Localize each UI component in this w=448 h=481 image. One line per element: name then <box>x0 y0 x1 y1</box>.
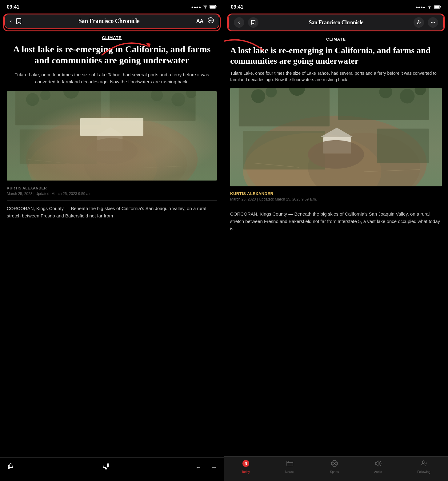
category-right: CLIMATE <box>230 37 442 42</box>
tab-today[interactable]: N Today <box>242 460 250 474</box>
svg-point-6 <box>210 20 211 21</box>
svg-line-27 <box>135 166 187 168</box>
today-icon: N <box>242 460 250 469</box>
back-button-left[interactable]: ‹ <box>10 18 12 24</box>
nav-title-right: San Francisco Chronicle <box>262 19 410 26</box>
bookmark-button-left[interactable] <box>16 18 22 25</box>
tab-today-label: Today <box>242 470 250 474</box>
flood-visual-left <box>7 91 217 181</box>
following-icon <box>420 460 427 469</box>
status-icons-left: ●●●● <box>191 5 217 10</box>
sports-icon <box>331 460 338 469</box>
tab-audio[interactable]: Audio <box>374 460 382 474</box>
tab-audio-label: Audio <box>374 470 382 474</box>
newsplus-icon <box>286 460 294 469</box>
status-icons-right: ●●●● <box>416 5 441 10</box>
svg-point-12 <box>28 134 157 181</box>
more-button-left[interactable] <box>208 17 214 25</box>
right-phone-panel: 09:41 ●●●● ‹ <box>224 0 448 481</box>
svg-point-22 <box>63 91 79 99</box>
headline-right: A lost lake is re-emerging in California… <box>230 45 442 66</box>
left-phone-panel: 09:41 ●●●● ‹ <box>0 0 224 481</box>
battery-icon-left <box>210 5 217 10</box>
svg-rect-3 <box>210 6 215 8</box>
date-right: March 25, 2023 | Updated: March 25, 2023… <box>230 197 442 206</box>
svg-point-33 <box>431 22 432 23</box>
bookmark-button-right[interactable] <box>248 17 258 28</box>
svg-rect-16 <box>20 129 97 164</box>
status-time-right: 09:41 <box>231 4 243 10</box>
tab-sports-label: Sports <box>330 470 339 474</box>
category-left: CLIMATE <box>7 35 217 40</box>
bottom-bar-left: ← → <box>0 457 224 481</box>
svg-point-25 <box>186 91 196 98</box>
svg-rect-2 <box>216 6 217 7</box>
svg-point-7 <box>212 20 213 21</box>
svg-rect-14 <box>15 91 101 125</box>
wifi-icon-left <box>203 5 208 10</box>
subheadline-left: Tulare Lake, once four times the size of… <box>7 71 217 85</box>
svg-point-23 <box>151 91 163 101</box>
like-button-left[interactable] <box>7 462 15 472</box>
svg-point-60 <box>422 461 425 463</box>
status-bar-right: 09:41 ●●●● <box>224 0 448 12</box>
article-content-left: CLIMATE A lost lake is re-emerging in Ca… <box>0 32 224 457</box>
forward-arrow-left[interactable]: → <box>211 464 217 471</box>
svg-rect-10 <box>7 91 217 181</box>
signal-icon-left: ●●●● <box>191 5 201 10</box>
dislike-button-left[interactable] <box>101 462 110 472</box>
tab-following[interactable]: Following <box>417 460 430 474</box>
svg-marker-18 <box>95 127 125 136</box>
article-image-right <box>230 88 442 186</box>
author-left: KURTIS ALEXANDER <box>7 186 217 190</box>
nav-bar-right: ‹ San Francisco Chronicle <box>228 14 444 31</box>
tab-newsplus-label: News+ <box>285 470 295 474</box>
tab-bar-right: N Today News+ Spo <box>224 456 448 481</box>
body-right: CORCORAN, Kings County — Beneath the big… <box>230 210 442 233</box>
svg-point-48 <box>251 89 265 103</box>
svg-rect-44 <box>377 129 429 163</box>
status-bar-left: 09:41 ●●●● <box>0 0 224 12</box>
svg-point-5 <box>209 20 210 21</box>
svg-point-52 <box>400 89 415 104</box>
article-content-right: CLIMATE A lost lake is re-emerging in Ca… <box>224 35 448 456</box>
battery-icon-right <box>434 5 441 10</box>
share-button-right[interactable] <box>414 17 424 28</box>
date-left: March 25, 2023 | Updated: March 25, 2023… <box>7 192 217 201</box>
svg-rect-17 <box>97 136 123 151</box>
svg-rect-58 <box>287 461 293 466</box>
aa-button-left[interactable]: AA <box>196 18 203 24</box>
svg-point-47 <box>308 140 364 169</box>
more-button-right[interactable] <box>428 17 438 28</box>
svg-point-29 <box>429 8 430 9</box>
wifi-icon-right <box>427 5 432 10</box>
svg-rect-9 <box>7 91 217 181</box>
svg-rect-15 <box>110 91 196 121</box>
author-right: KURTIS ALEXANDER <box>230 191 442 196</box>
back-button-right[interactable]: ‹ <box>234 17 244 28</box>
svg-point-13 <box>84 134 187 181</box>
svg-point-34 <box>433 22 434 23</box>
body-left: CORCORAN, Kings County — Beneath the big… <box>7 205 217 220</box>
svg-text:N: N <box>245 462 247 465</box>
status-time-left: 09:41 <box>7 4 19 10</box>
tab-newsplus[interactable]: News+ <box>285 460 295 474</box>
headline-left: A lost lake is re-emerging in California… <box>7 44 217 66</box>
svg-point-19 <box>86 138 138 164</box>
tab-sports[interactable]: Sports <box>330 460 339 474</box>
subheadline-right: Tulare Lake, once four times the size of… <box>230 70 442 83</box>
svg-line-26 <box>28 160 71 164</box>
svg-point-0 <box>205 8 206 9</box>
svg-point-21 <box>40 91 50 100</box>
signal-icon-right: ●●●● <box>416 5 425 10</box>
svg-point-11 <box>26 117 198 181</box>
audio-icon <box>374 460 382 469</box>
svg-point-35 <box>434 22 435 23</box>
tab-following-label: Following <box>417 470 430 474</box>
nav-arrows-left: ← → <box>195 464 217 471</box>
svg-rect-32 <box>434 6 440 8</box>
back-arrow-left[interactable]: ← <box>195 464 202 471</box>
nav-bar-left: ‹ San Francisco Chronicle AA <box>4 14 219 29</box>
svg-rect-31 <box>440 6 441 7</box>
svg-point-24 <box>171 93 185 106</box>
